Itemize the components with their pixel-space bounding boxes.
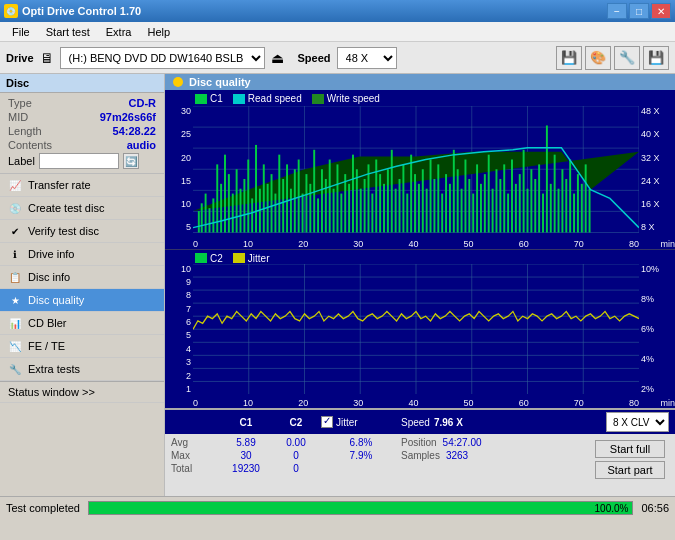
c1-total: 19230 [221, 462, 271, 475]
start-full-button[interactable]: Start full [595, 440, 665, 458]
disc-info-panel: Type CD-R MID 97m26s66f Length 54:28.22 … [0, 93, 164, 174]
drive-select[interactable]: (H:) BENQ DVD DD DW1640 BSLB [60, 47, 265, 69]
y-label-30: 30 [165, 106, 193, 116]
sidebar-item-extra-tests[interactable]: 🔧 Extra tests [0, 358, 164, 381]
jitter-legend-label: Jitter [248, 253, 270, 264]
upper-legend: C1 Read speed Write speed [195, 93, 380, 104]
svg-rect-38 [282, 179, 284, 233]
svg-rect-25 [232, 194, 234, 233]
progress-bar-fill [89, 502, 632, 514]
svg-rect-89 [480, 184, 482, 233]
svg-rect-28 [243, 179, 245, 233]
eject-icon[interactable]: ⏏ [271, 50, 284, 66]
svg-rect-73 [418, 184, 420, 233]
mid-label: MID [8, 111, 28, 123]
jitter-max: 7.9% [321, 449, 401, 462]
upper-x-unit: min [660, 239, 675, 249]
sidebar-item-disc-quality[interactable]: ★ Disc quality [0, 289, 164, 312]
drive-icon: 🖥 [40, 50, 54, 66]
jitter-checkbox[interactable] [321, 416, 333, 428]
svg-rect-61 [371, 194, 373, 233]
toolbar-btn-save[interactable]: 💾 [643, 46, 669, 70]
verify-test-disc-icon: ✔ [8, 224, 22, 238]
x-0: 0 [193, 239, 198, 249]
c2-data-col: 0.00 0 0 [271, 436, 321, 483]
upper-x-axis: 0 10 20 30 40 50 60 70 80 [193, 239, 639, 249]
sidebar-item-verify-test-disc[interactable]: ✔ Verify test disc [0, 220, 164, 243]
stats-col-c2-label: C2 [271, 417, 321, 428]
title-bar: 💿 Opti Drive Control 1.70 − □ ✕ [0, 0, 675, 22]
svg-rect-71 [410, 155, 412, 233]
right-panel: Disc quality C1 Read speed [165, 74, 675, 496]
x-50: 50 [464, 239, 474, 249]
upper-chart-svg [193, 106, 639, 233]
sidebar-item-fe-te[interactable]: 📉 FE / TE [0, 335, 164, 358]
sidebar-item-drive-info[interactable]: ℹ Drive info [0, 243, 164, 266]
sidebar-nav: 📈 Transfer rate 💿 Create test disc ✔ Ver… [0, 174, 164, 381]
sidebar-item-transfer-rate[interactable]: 📈 Transfer rate [0, 174, 164, 197]
upper-y-axis-left: 30 25 20 15 10 5 [165, 106, 193, 233]
svg-rect-93 [496, 169, 498, 232]
stats-col-c1-label: C1 [221, 417, 271, 428]
start-part-button[interactable]: Start part [595, 461, 665, 479]
svg-rect-86 [468, 179, 470, 233]
lower-y-axis-left: 10 9 8 7 6 5 4 3 2 1 [165, 264, 193, 395]
title-bar-controls: − □ ✕ [607, 3, 671, 19]
svg-rect-64 [383, 184, 385, 233]
svg-rect-36 [274, 194, 276, 233]
minimize-button[interactable]: − [607, 3, 627, 19]
legend-c2: C2 [195, 253, 223, 264]
menu-file[interactable]: File [4, 24, 38, 40]
svg-rect-98 [515, 184, 517, 233]
close-button[interactable]: ✕ [651, 3, 671, 19]
cd-bler-icon: 📊 [8, 316, 22, 330]
y-right-48: 48 X [639, 106, 675, 116]
svg-rect-43 [302, 194, 304, 233]
menu-help[interactable]: Help [139, 24, 178, 40]
svg-rect-66 [391, 150, 393, 233]
svg-rect-48 [321, 169, 323, 232]
clv-select[interactable]: 8 X CLV [606, 412, 669, 432]
svg-rect-72 [414, 174, 416, 232]
y-label-20: 20 [165, 153, 193, 163]
sidebar-item-disc-info[interactable]: 📋 Disc info [0, 266, 164, 289]
transfer-rate-icon: 📈 [8, 178, 22, 192]
svg-rect-115 [581, 184, 583, 233]
drive-info-label: Drive info [28, 248, 74, 260]
maximize-button[interactable]: □ [629, 3, 649, 19]
write-speed-legend-color [312, 94, 324, 104]
speed-select[interactable]: 48 X [337, 47, 397, 69]
svg-rect-50 [329, 160, 331, 233]
y-right-40: 40 X [639, 129, 675, 139]
speed-value: 7.96 X [434, 417, 463, 428]
cd-bler-label: CD Bler [28, 317, 67, 329]
toolbar-btn-2[interactable]: 🎨 [585, 46, 611, 70]
type-label: Type [8, 97, 32, 109]
menu-extra[interactable]: Extra [98, 24, 140, 40]
toolbar-btn-3[interactable]: 🔧 [614, 46, 640, 70]
lower-x-axis: 0 10 20 30 40 50 60 70 80 [193, 398, 639, 408]
svg-rect-59 [364, 179, 366, 233]
jitter-total [321, 462, 401, 464]
menu-start-test[interactable]: Start test [38, 24, 98, 40]
progress-bar: 100.0% [88, 501, 633, 515]
label-refresh-button[interactable]: 🔄 [123, 153, 139, 169]
lower-x-unit: min [660, 398, 675, 408]
read-speed-legend-label: Read speed [248, 93, 302, 104]
disc-info-label: Disc info [28, 271, 70, 283]
toolbar-btn-1[interactable]: 💾 [556, 46, 582, 70]
svg-rect-76 [430, 160, 432, 233]
sidebar-item-cd-bler[interactable]: 📊 CD Bler [0, 312, 164, 335]
svg-rect-96 [507, 194, 509, 233]
stats-header-row: C1 C2 Jitter Speed 7.96 X 8 X CLV [165, 410, 675, 434]
svg-rect-91 [488, 155, 490, 233]
label-input[interactable] [39, 153, 119, 169]
position-value: 54:27.00 [443, 437, 482, 448]
sidebar-item-status-window[interactable]: Status window >> [0, 381, 164, 403]
jitter-col-label: Jitter [336, 417, 358, 428]
sidebar-item-create-test-disc[interactable]: 💿 Create test disc [0, 197, 164, 220]
svg-rect-92 [492, 189, 494, 233]
sidebar: Disc Type CD-R MID 97m26s66f Length 54:2… [0, 74, 165, 496]
svg-rect-117 [589, 189, 591, 233]
svg-rect-99 [519, 174, 521, 232]
